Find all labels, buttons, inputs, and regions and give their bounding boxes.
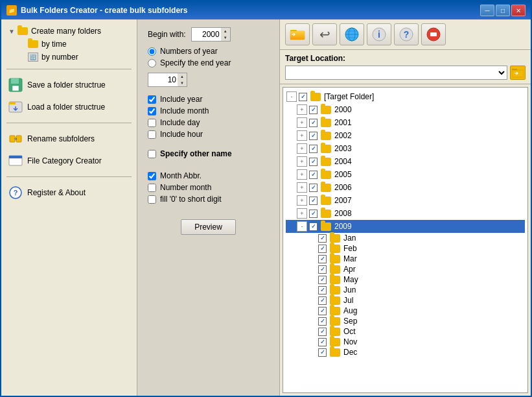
tree-checkbox[interactable] [318,296,327,305]
radio-specify-end-year[interactable] [148,59,156,67]
tree-checkbox[interactable] [318,276,327,284]
number-month-checkbox[interactable] [148,184,156,192]
tree-year-item[interactable]: +2008 [286,207,525,220]
tree-checkbox[interactable] [309,106,318,114]
tree-year-item[interactable]: +2003 [286,142,525,155]
tree-month-item[interactable]: Nov [286,337,525,347]
folder-tree-view[interactable]: -[Target Folder]+2000+2001+2002+2003+200… [283,87,528,393]
begin-decrement[interactable]: ▼ [221,34,230,41]
toolbar-info[interactable]: i [367,23,391,45]
tree-month-item[interactable]: Oct [286,326,525,337]
tree-checkbox[interactable] [318,338,327,346]
toolbar-help[interactable]: ? [394,23,419,45]
tree-month-label: Jun [342,285,357,295]
tree-month-item[interactable]: Apr [286,264,525,274]
tree-expand[interactable]: + [297,169,307,180]
tree-checkbox[interactable] [309,132,318,140]
browse-button[interactable] [510,66,526,80]
maximize-button[interactable]: □ [496,5,510,16]
tree-expand[interactable]: + [297,156,307,167]
tree-checkbox[interactable] [318,255,327,263]
tree-checkbox[interactable] [309,184,318,192]
tree-year-item[interactable]: -2009 [286,220,525,233]
begin-input[interactable]: 2000 [192,28,221,41]
tree-checkbox[interactable] [299,93,307,101]
tree-checkbox[interactable] [309,119,318,127]
sidebar-rename-action[interactable]: Rename subfolders [4,128,134,149]
tree-expand[interactable]: - [286,91,297,102]
include-month-checkbox[interactable] [148,107,156,115]
tree-month-item[interactable]: Jul [286,295,525,306]
toolbar-globe[interactable] [340,23,364,45]
target-dropdown[interactable] [285,66,507,80]
tree-checkbox[interactable] [318,286,327,295]
tree-checkbox[interactable] [318,234,327,243]
tree-year-item[interactable]: +2002 [286,129,525,142]
month-options: Month Abbr. Number month fill '0' to sho… [148,171,269,204]
tree-checkbox[interactable] [318,265,327,274]
sidebar-register-action[interactable]: ? Register & About [4,182,134,203]
tree-year-item[interactable]: +2001 [286,116,525,129]
tree-month-item[interactable]: Aug [286,306,525,316]
toolbar-stop[interactable] [421,23,446,45]
tree-year-item[interactable]: +2004 [286,155,525,168]
tree-checkbox[interactable] [309,210,318,218]
toolbar-undo[interactable]: ↩ [312,23,337,45]
radio-numbers-of-year[interactable] [148,47,156,56]
include-day-checkbox[interactable] [148,119,156,127]
toolbar-open-folder[interactable] [285,23,310,45]
tree-expand[interactable]: + [297,182,307,193]
tree-expand[interactable]: + [297,208,307,219]
count-increment[interactable]: ▲ [178,73,187,80]
tree-expand[interactable]: + [297,117,307,128]
tree-year-item[interactable]: +2007 [286,194,525,207]
sidebar-item-create-many[interactable]: ▼ Create many folders [4,25,134,38]
tree-month-item[interactable]: May [286,274,525,285]
tree-checkbox[interactable] [309,145,318,153]
tree-expand[interactable]: + [297,143,307,154]
count-input[interactable]: 10 [148,73,178,86]
tree-year-item[interactable]: +2000 [286,103,525,116]
tree-checkbox[interactable] [318,328,327,336]
tree-checkbox[interactable] [309,197,318,205]
sidebar-save-action[interactable]: Save a folder structrue [4,75,134,95]
begin-increment[interactable]: ▲ [221,28,230,34]
tree-month-item[interactable]: Dec [286,347,525,357]
rename-icon [8,131,23,147]
sidebar-item-by-time[interactable]: by time [14,38,134,51]
tree-root-item[interactable]: -[Target Folder] [286,90,525,103]
tree-expand-icon: ▼ [6,26,17,36]
tree-year-item[interactable]: +2005 [286,168,525,181]
include-year-checkbox[interactable] [148,95,156,104]
sidebar-load-action[interactable]: Load a folder structrue [4,97,134,117]
by-time-label: by time [41,40,67,49]
folder-icon [321,106,331,114]
tree-month-item[interactable]: Jun [286,285,525,295]
tree-expand[interactable]: + [297,104,307,115]
tree-checkbox[interactable] [309,171,318,179]
count-decrement[interactable]: ▼ [178,80,187,86]
fill-zero-checkbox[interactable] [148,195,156,204]
tree-year-item[interactable]: +2006 [286,181,525,194]
tree-checkbox[interactable] [309,223,318,231]
tree-checkbox[interactable] [318,348,327,357]
tree-checkbox[interactable] [318,245,327,253]
minimize-button[interactable]: ─ [480,5,494,16]
tree-month-item[interactable]: Jan [286,233,525,243]
tree-checkbox[interactable] [318,307,327,315]
specify-other-name-checkbox[interactable] [148,150,156,158]
month-abbr-checkbox[interactable] [148,172,156,180]
sidebar-item-by-number[interactable]: 🔢 by number [14,51,134,64]
tree-expand[interactable]: + [297,195,307,206]
include-hour-checkbox[interactable] [148,130,156,139]
tree-month-item[interactable]: Sep [286,316,525,326]
tree-month-item[interactable]: Mar [286,254,525,264]
tree-expand[interactable]: - [297,221,307,232]
tree-month-item[interactable]: Feb [286,243,525,254]
preview-button[interactable]: Preview [181,219,236,235]
tree-expand[interactable]: + [297,130,307,141]
sidebar-category-action[interactable]: File Category Creator [4,150,134,171]
tree-checkbox[interactable] [318,317,327,326]
close-button[interactable]: ✕ [511,5,526,16]
tree-checkbox[interactable] [309,158,318,166]
